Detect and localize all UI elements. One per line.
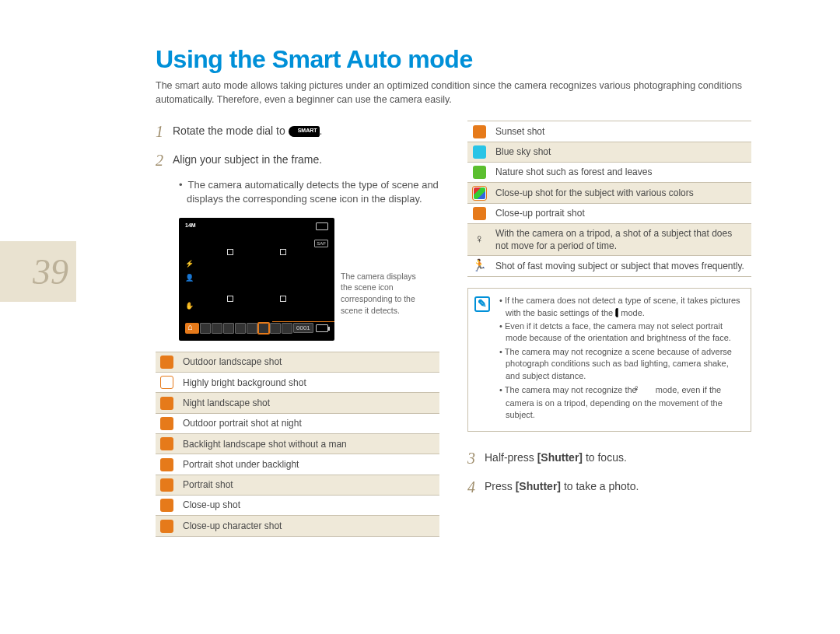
step-2: 2 Align your subject in the frame. [156,149,439,172]
smart-mode-icon [616,308,618,317]
running-icon: 🏃 [472,259,486,273]
lcd-scene-chip [200,323,211,334]
table-cell: Close-up shot [178,495,439,515]
lcd-scene-chip [270,323,281,334]
lcd-counter: 0001 [293,323,313,333]
table-cell: Outdoor landscape shot [178,352,439,372]
table-cell: Backlight landscape shot without a man [178,433,439,454]
closeup-portrait-icon [473,207,486,220]
portrait-icon [160,478,173,492]
info-icon: ✎ [474,296,490,312]
step-number: 4 [467,476,485,499]
night-portrait-icon [160,417,173,430]
table-cell: Portrait shot under backlight [178,454,439,475]
step-3-bold: [Shutter] [537,451,583,464]
step-4-pre: Press [485,480,516,492]
intro-text: The smart auto mode allows taking pictur… [156,79,754,107]
lcd-stabilizer-icon: ✋ [185,302,194,310]
step-4: 4 Press [Shutter] to take a photo. [467,476,751,499]
table-cell: Close-up character shot [178,516,439,536]
lcd-bottom-bar: 0001 [185,322,328,335]
landscape-icon [160,356,173,369]
step-number: 2 [156,149,173,172]
step-3-pre: Half-press [485,451,537,464]
lcd-scene-chip-active [258,323,269,334]
closeup-char-icon [160,520,173,533]
lcd-home-icon [185,323,199,334]
page-title: Using the Smart Auto mode [156,45,754,74]
step-2-text: Align your subject in the frame. [173,149,322,172]
step-1-text-post: . [320,124,323,137]
page-content: Using the Smart Auto mode The smart auto… [156,45,754,537]
bright-icon [160,376,173,389]
callout-line [272,321,334,322]
table-cell: Sunset shot [491,121,751,142]
scene-table-left: Outdoor landscape shot Highly bright bac… [156,352,439,537]
lcd-scene-chip [223,323,234,334]
color-closeup-icon [473,187,486,200]
note-item: The camera may not recognize a scene bec… [499,346,743,382]
table-cell: Nature shot such as forest and leaves [491,162,751,182]
closeup-icon [160,499,173,512]
page-number-tab: 39 [0,241,76,302]
table-cell: Shot of fast moving subject or subject t… [491,256,751,277]
focus-corner [227,296,233,302]
table-cell: Outdoor portrait shot at night [178,413,439,433]
table-cell: Close-up portrait shot [491,203,751,223]
table-cell: Blue sky shot [491,142,751,162]
note-box: ✎ If the camera does not detect a type o… [467,288,751,432]
lcd-battery-icon [316,324,328,332]
left-column: 1 Rotate the mode dial to SMART. 2 Align… [156,121,439,536]
note-item: The camera may not recognize the ♀ mode,… [499,384,743,422]
lcd-timer-icon: 👤 [185,274,194,282]
smart-mode-icon: SMART [289,126,320,137]
step-number: 1 [156,121,173,143]
table-cell: Highly bright background shot [178,372,439,392]
table-cell: Close-up shot for the subject with vario… [491,183,751,203]
lcd-scene-chip [212,323,222,334]
table-cell: Portrait shot [178,475,439,495]
sky-icon [473,145,486,159]
scene-table-right: Sunset shot Blue sky shot Nature shot su… [467,121,751,277]
note-item: If the camera does not detect a type of … [499,295,743,319]
step-number: 3 [467,447,485,470]
backlight-landscape-icon [160,437,173,450]
camera-lcd: 14M SAF ⚡ 👤 ✋ [179,218,334,341]
backlight-portrait-icon [160,458,173,471]
tripod-icon: ♀ [472,233,486,247]
lcd-illustration: 14M SAF ⚡ 👤 ✋ [179,218,439,341]
lcd-scene-chip [282,323,292,334]
tripod-icon: ♀ [639,384,653,398]
table-cell: With the camera on a tripod, a shot of a… [491,223,751,255]
page-number: 39 [33,251,68,292]
right-column: Sunset shot Blue sky shot Nature shot su… [467,121,751,536]
focus-corner [227,249,233,255]
night-landscape-icon [160,397,173,410]
focus-corner [280,296,286,302]
step-3: 3 Half-press [Shutter] to focus. [467,447,751,470]
lcd-scene-chip [235,323,246,334]
table-cell: Night landscape shot [178,393,439,413]
lcd-flash-icon: ⚡ [185,260,194,268]
lcd-saf-label: SAF [314,240,328,247]
lcd-scene-chip [247,323,257,334]
lcd-mode-icon [316,222,328,230]
step-4-bold: [Shutter] [516,480,561,492]
nature-icon [473,166,486,179]
note-item: Even if it detcts a face, the camera may… [499,321,743,345]
sunset-icon [473,125,486,138]
step-2-subtext: • The camera automatically detects the t… [179,178,439,206]
step-1-text-pre: Rotate the mode dial to [173,124,289,137]
lcd-caption: The camera displays the scene icon corre… [341,271,426,317]
step-3-post: to focus. [583,451,627,464]
step-4-post: to take a photo. [561,480,639,492]
step-1: 1 Rotate the mode dial to SMART. [156,121,439,143]
focus-corner [280,249,286,255]
lcd-resolution: 14M [185,222,196,228]
